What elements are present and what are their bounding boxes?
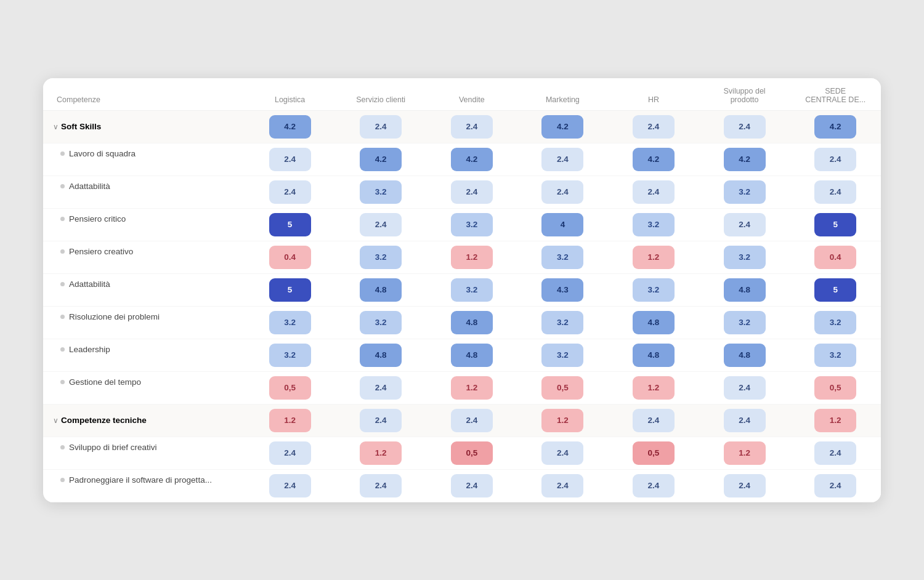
data-row: Sviluppo di brief creativi2.41.20,52.40,… [43,437,881,469]
row-val: 2.4 [245,437,336,469]
row-val: 0,5 [790,371,881,404]
cell-badge: 3.2 [633,213,675,236]
col-header-marketing: Marketing [517,78,609,111]
group-val-0-6: 4.2 [790,110,881,143]
cell-badge: 4.8 [360,278,402,302]
cell-badge: 4.8 [633,344,675,367]
group-val-1-3: 1.2 [517,404,609,437]
cell-badge: 0,5 [814,376,856,400]
row-val: 5 [245,208,336,241]
cell-badge: 4.8 [360,344,402,367]
data-row: Lavoro di squadra2.44.24.22.44.24.22.4 [43,143,881,175]
cell-badge: 1.2 [541,409,583,432]
row-label-text: Risoluzione dei problemi [69,312,160,321]
cell-badge: 3.2 [724,180,766,204]
row-val: 2.4 [699,208,790,241]
cell-badge: 2.4 [633,115,675,139]
cell-badge: 4.2 [633,148,675,171]
row-val: 1.2 [699,437,790,469]
cell-badge: 1.2 [269,409,311,432]
cell-badge: 3.2 [360,180,402,204]
row-val: 4.2 [699,143,790,175]
cell-badge: 3.2 [360,246,402,269]
cell-badge: 3.2 [541,344,583,367]
row-val: 3.2 [517,306,609,339]
row-val: 2.4 [790,175,881,208]
cell-badge: 1.2 [633,246,675,269]
data-row: Adattabilità54.83.24.33.24.85 [43,273,881,306]
row-val: 2.4 [790,143,881,175]
cell-badge: 3.2 [541,311,583,334]
row-val: 0,5 [245,371,336,404]
cell-badge: 3.2 [269,311,311,334]
row-val: 3.2 [335,175,426,208]
row-label-text: Pensiero creativo [69,247,133,256]
bullet-icon [60,380,65,384]
cell-badge: 4.2 [451,148,493,171]
row-val: 3.2 [517,339,609,371]
cell-badge: 2.4 [541,148,583,171]
row-val: 1.2 [426,241,517,273]
chevron-icon[interactable]: ∨ [53,123,59,131]
cell-badge: 2.4 [814,180,856,204]
row-val: 2.4 [517,437,609,469]
cell-badge: 0,5 [541,376,583,400]
cell-badge: 2.4 [724,474,766,497]
row-val: 0,5 [608,437,699,469]
cell-badge: 2.4 [360,376,402,400]
cell-badge: 0.4 [269,246,311,269]
row-val: 4.8 [699,339,790,371]
cell-badge: 1.2 [724,441,766,465]
chevron-icon[interactable]: ∨ [53,416,59,425]
group-val-0-2: 2.4 [426,110,517,143]
row-val: 2.4 [426,469,517,502]
row-val: 4.8 [608,306,699,339]
cell-badge: 4.8 [724,344,766,367]
row-label-text: Gestione del tempo [69,377,141,387]
bullet-icon [60,445,65,449]
cell-badge: 0.4 [814,246,856,269]
data-row: Pensiero creativo0.43.21.23.21.23.20.4 [43,241,881,273]
group-val-0-3: 4.2 [517,110,609,143]
row-val: 4.8 [335,339,426,371]
row-label: Pensiero critico [43,209,245,229]
col-header-sede: SEDE CENTRALE DE... [790,78,881,111]
col-header-servizio: Servizio clienti [335,78,426,111]
cell-badge: 3.2 [724,311,766,334]
row-val: 3.2 [699,306,790,339]
row-val: 5 [790,273,881,306]
row-val: 3.2 [335,306,426,339]
cell-badge: 2.4 [269,148,311,171]
row-val: 2.4 [517,143,609,175]
cell-badge: 3.2 [269,344,311,367]
row-val: 2.4 [608,175,699,208]
row-val: 2.4 [335,371,426,404]
cell-badge: 5 [269,278,311,302]
row-label-text: Sviluppo di brief creativi [69,443,157,452]
row-val: 1.2 [426,371,517,404]
row-val: 4.8 [426,306,517,339]
cell-badge: 2.4 [724,115,766,139]
row-val: 3.2 [608,208,699,241]
cell-badge: 2.4 [451,180,493,204]
bullet-icon [60,282,65,286]
bullet-icon [60,478,65,482]
group-val-0-5: 2.4 [699,110,790,143]
row-val: 3.2 [335,241,426,273]
row-val: 5 [790,208,881,241]
cell-badge: 2.4 [451,115,493,139]
row-val: 3.2 [426,273,517,306]
row-val: 2.4 [245,469,336,502]
bullet-icon [60,217,65,221]
row-val: 4.8 [699,273,790,306]
cell-badge: 2.4 [541,441,583,465]
data-row: Risoluzione dei problemi3.23.24.83.24.83… [43,306,881,339]
cell-badge: 4.2 [360,148,402,171]
bullet-icon [60,184,65,188]
row-val: 3.2 [699,175,790,208]
cell-badge: 2.4 [724,376,766,400]
row-val: 3.2 [517,241,609,273]
row-val: 0.4 [790,241,881,273]
cell-badge: 2.4 [360,213,402,236]
cell-badge: 2.4 [633,474,675,497]
